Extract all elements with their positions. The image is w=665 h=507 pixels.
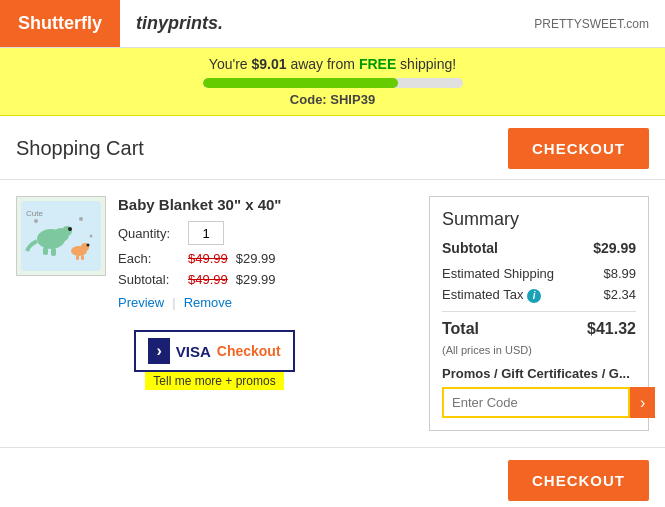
- svg-point-4: [68, 227, 72, 231]
- shutterfly-logo-text: Shutterfly: [18, 13, 102, 34]
- svg-rect-11: [81, 255, 84, 260]
- summary-usd-note: (All prices in USD): [442, 344, 636, 356]
- summary-tax-value: $2.34: [603, 287, 636, 303]
- summary-tax-label: Estimated Tax i: [442, 287, 541, 303]
- progress-bar-fill: [203, 78, 398, 88]
- shipping-banner-text: You're $9.01 away from FREE shipping!: [0, 56, 665, 72]
- tax-info-icon[interactable]: i: [527, 289, 541, 303]
- tinyprints-logo: tinyprints.: [120, 13, 239, 34]
- summary-subtotal-row: Subtotal $29.99: [442, 240, 636, 256]
- checkout-button-top[interactable]: CHECKOUT: [508, 128, 649, 169]
- quantity-input[interactable]: [188, 221, 224, 245]
- tinyprints-logo-text: tinyprints.: [136, 13, 223, 33]
- cart-header-row: Shopping Cart CHECKOUT: [0, 116, 665, 180]
- product-section: Cute Baby Blanket 30" x 40" Quantity: Ea…: [16, 196, 413, 431]
- product-actions: Preview | Remove: [118, 295, 413, 310]
- summary-total-label: Total: [442, 320, 479, 338]
- tell-more-link[interactable]: Tell me more + promos: [145, 372, 283, 390]
- summary-section: Summary Subtotal $29.99 Estimated Shippi…: [429, 196, 649, 431]
- product-image: Cute: [16, 196, 106, 276]
- shipping-free-text: FREE: [359, 56, 396, 72]
- cart-title: Shopping Cart: [16, 137, 144, 160]
- subtotal-original: $49.99: [188, 272, 228, 287]
- promo-input[interactable]: [442, 387, 630, 418]
- cart-bottom-row: CHECKOUT: [0, 447, 665, 507]
- ship-code: Code: SHIP39: [0, 92, 665, 107]
- svg-point-14: [90, 235, 93, 238]
- product-image-svg: Cute: [21, 201, 101, 271]
- promo-submit-button[interactable]: ›: [630, 387, 655, 418]
- header: Shutterfly tinyprints. PRETTYSWEET.com: [0, 0, 665, 48]
- shutterfly-logo: Shutterfly: [0, 0, 120, 47]
- svg-rect-10: [76, 255, 79, 260]
- shipping-amount: $9.01: [251, 56, 286, 72]
- subtotal-label: Subtotal:: [118, 272, 188, 287]
- summary-tax-row: Estimated Tax i $2.34: [442, 287, 636, 303]
- each-price-new: $29.99: [236, 251, 276, 266]
- svg-point-9: [87, 244, 90, 247]
- subtotal-row: Subtotal: $49.99 $29.99: [118, 272, 413, 287]
- summary-total-row: Total $41.32: [442, 320, 636, 338]
- quantity-label: Quantity:: [118, 226, 188, 241]
- summary-shipping-label: Estimated Shipping: [442, 266, 554, 281]
- action-divider: |: [172, 295, 175, 310]
- svg-point-13: [79, 217, 83, 221]
- shipping-banner: You're $9.01 away from FREE shipping! Co…: [0, 48, 665, 116]
- shipping-progress-bar: [203, 78, 463, 88]
- product-details: Baby Blanket 30" x 40" Quantity: Each: $…: [118, 196, 413, 310]
- svg-rect-6: [51, 248, 56, 256]
- svg-rect-5: [43, 247, 48, 255]
- main-content: Shopping Cart CHECKOUT: [0, 116, 665, 507]
- summary-subtotal-label: Subtotal: [442, 240, 498, 256]
- summary-divider: [442, 311, 636, 312]
- cart-content: Cute Baby Blanket 30" x 40" Quantity: Ea…: [0, 180, 665, 447]
- each-row: Each: $49.99 $29.99: [118, 251, 413, 266]
- visa-text: VISA: [176, 343, 211, 360]
- subtotal-new: $29.99: [236, 272, 276, 287]
- svg-text:Cute: Cute: [26, 209, 43, 218]
- summary-total-value: $41.32: [587, 320, 636, 338]
- visa-checkout-button[interactable]: › VISA Checkout: [134, 330, 294, 372]
- each-label: Each:: [118, 251, 188, 266]
- summary-shipping-row: Estimated Shipping $8.99: [442, 266, 636, 281]
- remove-link[interactable]: Remove: [184, 295, 232, 310]
- each-price-original: $49.99: [188, 251, 228, 266]
- svg-point-12: [34, 219, 38, 223]
- visa-arrow-icon: ›: [148, 338, 169, 364]
- preview-link[interactable]: Preview: [118, 295, 164, 310]
- promo-code-value: SHIP39: [330, 92, 375, 107]
- checkout-button-bottom[interactable]: CHECKOUT: [508, 460, 649, 501]
- product-row: Cute Baby Blanket 30" x 40" Quantity: Ea…: [16, 196, 413, 310]
- promo-section: Promos / Gift Certificates / G... ›: [442, 366, 636, 418]
- summary-subtotal-value: $29.99: [593, 240, 636, 256]
- summary-title: Summary: [442, 209, 636, 230]
- prettysweet-label: PRETTYSWEET.com: [534, 17, 665, 31]
- quantity-row: Quantity:: [118, 221, 413, 245]
- visa-checkout-text: Checkout: [217, 343, 281, 359]
- product-name: Baby Blanket 30" x 40": [118, 196, 413, 213]
- summary-shipping-value: $8.99: [603, 266, 636, 281]
- visa-section: › VISA Checkout Tell me more + promos: [16, 330, 413, 390]
- promo-title: Promos / Gift Certificates / G...: [442, 366, 636, 381]
- promo-input-row: ›: [442, 387, 636, 418]
